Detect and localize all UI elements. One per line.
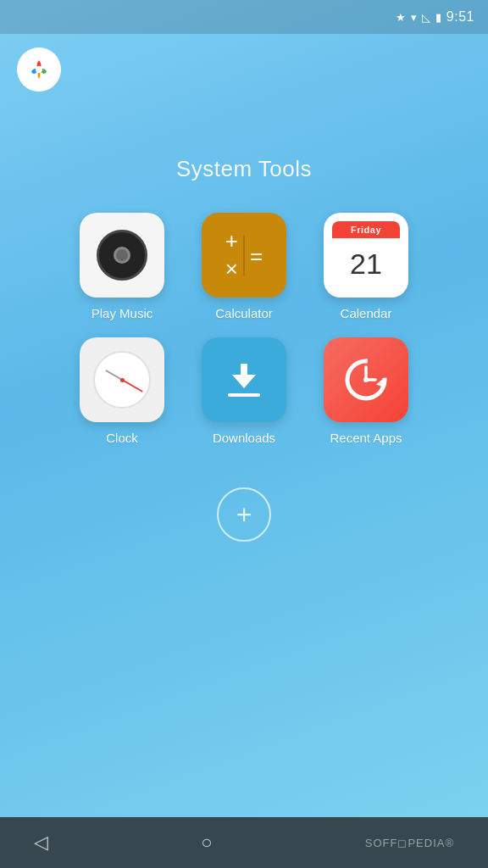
app-label-downloads: Downloads <box>213 431 275 445</box>
app-icon-downloads <box>202 337 286 422</box>
app-logo[interactable] <box>17 47 61 92</box>
section-title: System Tools <box>176 156 312 182</box>
app-label-calendar: Calendar <box>341 306 392 320</box>
app-item-recent-apps[interactable]: Recent Apps <box>315 337 417 445</box>
app-label-play-music: Play Music <box>92 306 153 320</box>
add-button[interactable]: + <box>217 487 271 542</box>
app-item-downloads[interactable]: Downloads <box>193 337 295 445</box>
add-icon: + <box>236 501 252 528</box>
calc-separator <box>243 235 245 275</box>
app-icon-clock <box>80 337 164 422</box>
battery-icon: ▮ <box>435 11 441 24</box>
app-label-recent-apps: Recent Apps <box>330 431 402 445</box>
download-stem <box>241 364 247 376</box>
calendar-day: Friday <box>332 221 400 238</box>
svg-point-1 <box>36 66 42 73</box>
clock-minute-hand <box>122 379 143 392</box>
download-arrowhead <box>232 375 256 388</box>
clock-face-icon <box>93 351 151 409</box>
softpedia-brand: SOFF◻PEDIA® <box>365 837 454 849</box>
download-icon-shape <box>228 364 260 397</box>
app-icon-calculator: + × = <box>202 213 286 298</box>
calc-left: + × <box>225 228 238 282</box>
app-label-clock: Clock <box>106 431 138 445</box>
top-bar <box>0 34 488 105</box>
signal-icon: ◺ <box>422 11 430 24</box>
back-button[interactable]: ◁ <box>34 832 48 854</box>
app-item-clock[interactable]: Clock <box>71 337 173 445</box>
calendar-widget: Friday 21 <box>332 221 400 289</box>
app-item-calculator[interactable]: + × = Calculator <box>193 213 295 320</box>
recent-apps-icon-svg <box>341 355 391 404</box>
app-icon-play-music <box>80 213 164 298</box>
app-icon-calendar: Friday 21 <box>324 213 408 298</box>
calc-layout: + × = <box>214 225 274 285</box>
calendar-date: 21 <box>332 238 400 289</box>
main-content: System Tools Play Music + × <box>0 105 488 542</box>
app-label-calculator: Calculator <box>215 306 273 320</box>
bottom-nav: ◁ ○ SOFF◻PEDIA® <box>0 817 488 868</box>
download-bar <box>228 393 260 397</box>
wifi-icon: ▾ <box>411 11 417 24</box>
status-icons: ★ ▾ ◺ ▮ 9:51 <box>396 9 474 25</box>
calc-right: = <box>250 242 263 270</box>
home-button[interactable]: ○ <box>201 832 212 854</box>
logo-svg <box>23 53 55 86</box>
svg-point-6 <box>363 377 369 382</box>
app-grid: Play Music + × = Calculator <box>71 213 417 445</box>
app-icon-recent-apps <box>324 337 408 422</box>
app-item-calendar[interactable]: Friday 21 Calendar <box>315 213 417 320</box>
app-item-play-music[interactable]: Play Music <box>71 213 173 320</box>
music-disc-icon <box>97 230 147 281</box>
download-arrow-group <box>232 364 256 388</box>
clock-center-dot <box>120 378 125 382</box>
status-time: 9:51 <box>446 9 474 25</box>
star-icon: ★ <box>396 11 406 24</box>
music-disc-inner <box>114 247 130 264</box>
status-bar: ★ ▾ ◺ ▮ 9:51 <box>0 0 488 34</box>
